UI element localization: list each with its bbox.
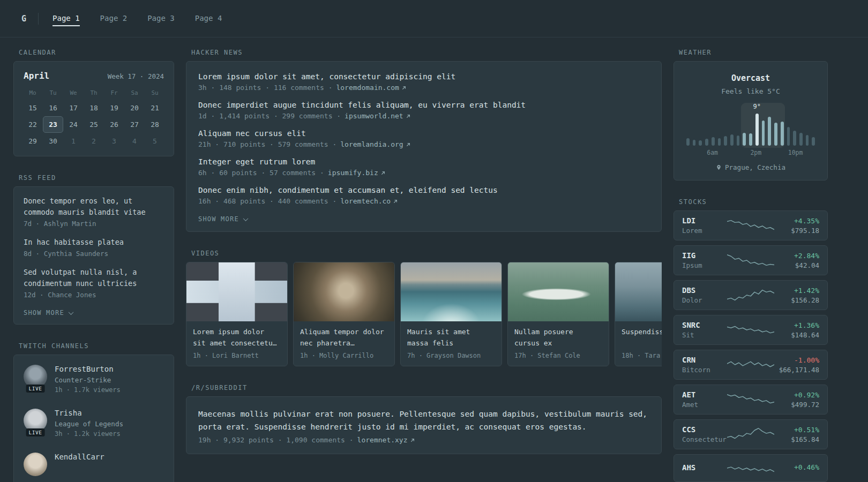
subreddit-post-domain-link[interactable]: loremnet.xyz	[357, 436, 415, 444]
hackernews-item-title[interactable]: Integer eget rutrum lorem	[198, 157, 649, 166]
nav-divider	[38, 13, 39, 25]
calendar-day: 21	[145, 100, 165, 116]
subreddit-post-meta: 19h · 9,932 points · 1,090 comments · lo…	[198, 436, 649, 444]
calendar-day: 2	[84, 133, 104, 149]
video-info: Nullam posuere cursus ex 17h · Stefan Co…	[508, 321, 609, 366]
weather-bar	[712, 137, 715, 146]
stock-row[interactable]: IIG Ipsum +2.84% $42.04	[674, 245, 828, 275]
stock-sparkline	[727, 460, 774, 476]
app-logo[interactable]: G	[21, 14, 26, 24]
twitch-channel-name[interactable]: KendallCarr	[55, 453, 104, 461]
stock-values: +0.51% $165.84	[774, 426, 819, 443]
calendar-day: 20	[124, 100, 145, 116]
subreddit-post-title[interactable]: Maecenas mollis pulvinar erat non posuer…	[198, 408, 649, 433]
stock-row[interactable]: CCS Consectetur +0.51% $165.84	[674, 419, 828, 449]
rss-item-title[interactable]: In hac habitasse platea	[24, 237, 164, 248]
hackernews-item-title[interactable]: Lorem ipsum dolor sit amet, consectetur …	[198, 72, 649, 81]
weather-bar	[730, 134, 734, 146]
video-card[interactable]: Suspendisse diam 18h · Tara	[615, 262, 662, 366]
video-title[interactable]: Suspendisse diam	[622, 327, 662, 349]
video-thumbnail[interactable]	[508, 262, 609, 321]
video-card[interactable]: Aliquam tempor dolor nec pharetra… 1h · …	[293, 262, 395, 366]
video-thumbnail[interactable]	[294, 262, 394, 321]
video-thumbnail[interactable]	[401, 262, 502, 321]
external-link-icon	[406, 142, 411, 147]
stock-values: +0.46%	[774, 463, 819, 473]
stock-change: -1.00%	[774, 356, 819, 364]
twitch-channel-name[interactable]: Trisha	[55, 409, 123, 417]
calendar-day: 30	[43, 133, 63, 149]
calendar-dow: Th	[84, 86, 104, 100]
hackernews-item-meta: 16h · 468 points · 440 comments · loremt…	[198, 197, 649, 205]
tab-page-2[interactable]: Page 2	[100, 11, 128, 26]
weather-time-labels: 6am 2pm 10pm	[685, 149, 817, 156]
twitch-channel-name[interactable]: ForrestBurton	[55, 365, 121, 373]
rss-item-meta: 7d · Ashlyn Martin	[24, 220, 164, 228]
stock-row[interactable]: CRN Bitcorn -1.00% $66,171.48	[674, 350, 828, 380]
weather-bars	[685, 112, 817, 146]
stock-row[interactable]: SNRC Sit +1.36% $148.64	[674, 315, 828, 345]
hackernews-item-domain-link[interactable]: loremlandia.org	[340, 140, 410, 148]
hackernews-item-domain-link[interactable]: ipsumify.biz	[328, 169, 386, 177]
stock-sparkline	[727, 217, 774, 234]
video-card[interactable]: Lorem ipsum dolor sit amet consectetu… 1…	[186, 262, 288, 366]
hackernews-show-more-button[interactable]: SHOW MORE	[198, 215, 248, 223]
stock-info: AET Amet	[682, 390, 727, 409]
calendar-widget: CALENDAR April Week 17 · 2024 MoTuWeThFr…	[13, 49, 174, 156]
stock-change: +0.92%	[774, 391, 819, 399]
rss-show-more-button[interactable]: SHOW MORE	[24, 309, 73, 317]
avatar-wrapper: LIVE	[24, 365, 47, 388]
domain-text: loremnet.xyz	[357, 436, 408, 444]
stock-symbol: DBS	[682, 286, 727, 295]
stock-row[interactable]: AET Amet +0.92% $499.72	[674, 385, 828, 415]
hackernews-item-domain-link[interactable]: ipsumworld.net	[345, 112, 411, 120]
hackernews-item-stats: 3h · 148 points · 116 comments ·	[198, 84, 332, 92]
stock-row[interactable]: LDI Lorem +4.35% $795.18	[674, 210, 828, 240]
video-thumbnail[interactable]	[186, 262, 287, 321]
video-title[interactable]: Aliquam tempor dolor nec pharetra…	[300, 327, 388, 349]
weather-card: Overcast Feels like 5°C 9° 6am 2pm 10pm …	[674, 61, 828, 180]
rss-card: Donec tempor eros leo, ut commodo mauris…	[13, 186, 174, 325]
external-link-icon	[393, 199, 398, 204]
external-link-icon	[380, 170, 386, 176]
twitch-channel-row[interactable]: LIVE Trisha League of Legends 3h · 1.2k …	[24, 409, 164, 438]
tab-page-1[interactable]: Page 1	[53, 11, 80, 26]
weather-time-label: 10pm	[788, 149, 803, 156]
calendar-day: 23	[43, 116, 63, 133]
video-title[interactable]: Mauris sit amet massa felis	[407, 327, 495, 349]
stock-change: +0.51%	[774, 426, 819, 434]
stock-price: $165.84	[774, 435, 819, 443]
video-card[interactable]: Nullam posuere cursus ex 17h · Stefan Co…	[507, 262, 609, 366]
video-thumbnail[interactable]	[615, 262, 662, 321]
hackernews-item-domain-link[interactable]: loremdomain.com	[336, 84, 406, 92]
twitch-channel-row[interactable]: KendallCarr	[24, 453, 164, 476]
hackernews-item-title[interactable]: Aliquam nec cursus elit	[198, 129, 649, 138]
rss-item-title[interactable]: Sed volutpat nulla nisl, a condimentum n…	[24, 267, 164, 289]
hackernews-item-domain-link[interactable]: loremtech.co	[340, 197, 398, 205]
stock-change: +0.46%	[774, 463, 819, 471]
stock-name: Ipsum	[682, 261, 727, 269]
hackernews-item-title[interactable]: Donec enim nibh, condimentum et accumsan…	[198, 186, 649, 194]
stock-name: Dolor	[682, 296, 727, 304]
weather-bar	[799, 133, 803, 146]
tab-page-3[interactable]: Page 3	[147, 11, 175, 26]
weather-bar	[768, 117, 771, 146]
hackernews-item-title[interactable]: Donec imperdiet augue tincidunt felis al…	[198, 101, 649, 109]
video-card[interactable]: Mauris sit amet massa felis 7h · Grayson…	[400, 262, 502, 366]
rss-item-title[interactable]: Donec tempor eros leo, ut commodo mauris…	[24, 195, 164, 218]
weather-section-label: WEATHER	[679, 49, 828, 56]
subreddit-section-label: /R/SUBREDDIT	[191, 384, 662, 391]
video-title[interactable]: Lorem ipsum dolor sit amet consectetu…	[193, 327, 281, 349]
calendar-day: 25	[84, 116, 104, 133]
stock-row[interactable]: DBS Dolor +1.42% $156.28	[674, 280, 828, 310]
stock-row[interactable]: AHS +0.46%	[674, 454, 828, 482]
weather-bar	[724, 136, 727, 146]
stock-info: CCS Consectetur	[682, 425, 727, 443]
tab-page-4[interactable]: Page 4	[195, 11, 222, 26]
video-title[interactable]: Nullam posuere cursus ex	[514, 327, 602, 349]
twitch-channel-row[interactable]: LIVE ForrestBurton Counter-Strike 1h · 1…	[24, 365, 164, 394]
stock-price: $795.18	[774, 227, 819, 235]
stock-price: $499.72	[774, 401, 819, 409]
stock-sparkline	[727, 357, 774, 373]
stock-values: -1.00% $66,171.48	[774, 356, 819, 374]
